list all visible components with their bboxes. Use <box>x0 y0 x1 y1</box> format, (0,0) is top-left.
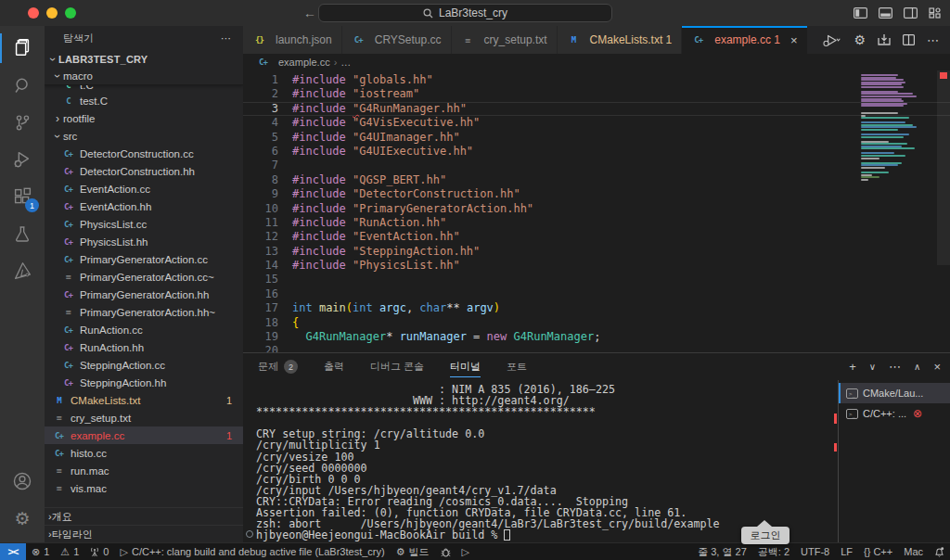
code-line-7[interactable]: 7 <box>243 159 950 172</box>
code-line-19[interactable]: 19 G4RunManager* runManager = new G4RunM… <box>243 330 950 344</box>
panel-more-button[interactable]: ⋯ <box>889 360 901 374</box>
terminal-instance-C/C++: ...[interactable]: >_C/C++: ...⊗ <box>839 403 950 424</box>
cmake-kit[interactable]: Mac <box>898 543 929 560</box>
testing-icon[interactable] <box>0 215 45 252</box>
panel-tab-터미널[interactable]: 터미널 <box>450 353 481 380</box>
tab-cry_setup.txt[interactable]: ≡cry_setup.txt <box>452 26 558 54</box>
cursor-position[interactable]: 줄 3, 열 27 <box>692 543 752 560</box>
tree-file-PrimaryGeneratorAction.hh~[interactable]: ≡PrimaryGeneratorAction.hh~ <box>45 303 243 321</box>
terminal[interactable]: : NIM A 835 (2016), 186–225 WWW : http:/… <box>243 380 838 542</box>
debug-config[interactable]: ▷C/C++: clang build and debug active fil… <box>114 543 390 560</box>
tree-file-PhysicsList.hh[interactable]: C+PhysicsList.hh <box>45 233 243 250</box>
remote-indicator[interactable]: >< <box>0 543 26 560</box>
tree-file-EventAction.hh[interactable]: C+EventAction.hh <box>45 197 243 215</box>
tree-file-RunAction.hh[interactable]: C+RunAction.hh <box>45 338 243 356</box>
toggle-secondary-sidebar-button[interactable] <box>904 7 918 19</box>
zoom-window-button[interactable] <box>65 7 76 19</box>
maximize-panel-button[interactable]: ∧ <box>914 362 920 372</box>
tree-file-CMakeLists.txt[interactable]: MCMakeLists.txt1 <box>45 391 243 409</box>
run-debug-icon[interactable] <box>0 141 45 178</box>
code-line-18[interactable]: 18{ <box>243 316 950 330</box>
code-line-20[interactable]: 20 <box>243 344 950 352</box>
tree-folder-rootfile[interactable]: ›rootfile <box>45 109 243 127</box>
code-line-2[interactable]: 2#include "iostream" <box>243 87 950 101</box>
code-line-3[interactable]: 3#include "G4RunManager.hh" <box>243 102 950 116</box>
account-icon[interactable] <box>0 463 45 500</box>
tree-file-DetectorConstruction.cc[interactable]: C+DetectorConstruction.cc <box>45 145 243 162</box>
minimize-window-button[interactable] <box>46 7 58 19</box>
split-editor-button[interactable] <box>903 34 915 45</box>
configure-gear-button[interactable]: ⚙ <box>854 32 866 47</box>
language-mode[interactable]: {} C++ <box>858 543 898 560</box>
tree-folder-src[interactable]: ›src <box>45 127 243 145</box>
tree-file-t.C[interactable]: Ct.C <box>45 85 243 92</box>
cmake-launch-button[interactable]: ▷ <box>456 543 475 560</box>
tree-folder-macro[interactable]: ›macro <box>45 68 243 85</box>
cmake-build-button[interactable]: ⚙빌드 <box>391 543 435 560</box>
panel-tab-문제[interactable]: 문제2 <box>258 353 298 380</box>
code-line-10[interactable]: 10#include "PrimaryGeneratorAction.hh" <box>243 202 950 216</box>
tree-file-cry_setup.txt[interactable]: ≡cry_setup.txt <box>45 409 243 426</box>
close-window-button[interactable] <box>28 7 39 19</box>
settings-gear-icon[interactable]: ⚙ <box>0 500 45 537</box>
tab-CMakeLists.txt[interactable]: MCMakeLists.txt 1 <box>558 26 683 54</box>
tree-file-histo.cc[interactable]: C+histo.cc <box>45 444 243 462</box>
code-line-8[interactable]: 8#include "QGSP_BERT.hh" <box>243 173 950 187</box>
panel-tab-출력[interactable]: 출력 <box>324 353 344 380</box>
panel-tab-디버그 콘솔[interactable]: 디버그 콘솔 <box>370 353 424 380</box>
source-control-icon[interactable] <box>0 104 45 141</box>
tree-file-DetectorConstruction.hh[interactable]: C+DetectorConstruction.hh <box>45 162 243 180</box>
terminal-dropdown-chevron[interactable]: ∨ <box>869 362 876 372</box>
tree-file-test.C[interactable]: Ctest.C <box>45 92 243 109</box>
code-line-14[interactable]: 14#include "PhysicsList.hh" <box>243 259 950 273</box>
tree-file-EventAction.cc[interactable]: C+EventAction.cc <box>45 180 243 197</box>
panel-tab-포트[interactable]: 포트 <box>507 353 527 380</box>
close-panel-button[interactable]: × <box>933 360 941 374</box>
ports-count[interactable]: 0 <box>84 543 114 560</box>
overview-ruler[interactable] <box>937 70 950 352</box>
code-line-15[interactable]: 15 <box>243 273 950 286</box>
tab-example.cc[interactable]: C+example.cc 1× <box>682 26 807 54</box>
eol[interactable]: LF <box>835 543 858 560</box>
tree-file-example.cc[interactable]: C+example.cc1 <box>45 426 243 444</box>
tree-file-run.mac[interactable]: ≡run.mac <box>45 462 243 479</box>
back-arrow-icon[interactable]: ← <box>303 6 316 20</box>
customize-layout-button[interactable] <box>929 7 941 19</box>
code-line-1[interactable]: 1#include "globals.hh" <box>243 73 950 87</box>
code-line-11[interactable]: 11#include "RunAction.hh" <box>243 216 950 230</box>
code-line-4[interactable]: 4#include "G4VisExecutive.hh" <box>243 116 950 130</box>
section-개요[interactable]: ›개요 <box>45 507 243 525</box>
tab-launch.json[interactable]: {}launch.json <box>243 26 342 54</box>
code-line-9[interactable]: 9#include "DetectorConstruction.hh" <box>243 187 950 201</box>
cmake-debug-button[interactable] <box>435 543 456 560</box>
code-line-17[interactable]: 17int main(int argc, char** argv) <box>243 301 950 315</box>
tree-file-PrimaryGeneratorAction.hh[interactable]: C+PrimaryGeneratorAction.hh <box>45 286 243 303</box>
new-terminal-button[interactable]: + <box>849 360 856 374</box>
terminal-instance-CMake/Lau...[interactable]: >_CMake/Lau... <box>839 383 950 403</box>
toggle-sidebar-button[interactable] <box>854 7 867 19</box>
code-line-12[interactable]: 12#include "EventAction.hh" <box>243 230 950 244</box>
code-line-5[interactable]: 5#include "G4UImanager.hh" <box>243 131 950 145</box>
tree-file-RunAction.cc[interactable]: C+RunAction.cc <box>45 321 243 338</box>
run-or-debug-button[interactable] <box>821 33 841 47</box>
tree-file-PrimaryGeneratorAction.cc[interactable]: C+PrimaryGeneratorAction.cc <box>45 250 243 268</box>
tree-root[interactable]: › LABR3TEST_CRY <box>45 50 243 68</box>
toggle-panel-button[interactable] <box>879 7 892 19</box>
cmake-icon[interactable] <box>0 252 45 289</box>
extensions-icon[interactable]: 1 <box>0 178 45 215</box>
notifications-bell[interactable] <box>929 543 950 560</box>
breadcrumb[interactable]: C+ example.cc › … <box>243 54 950 70</box>
code-line-16[interactable]: 16 <box>243 287 950 301</box>
tree-file-SteppingAction.cc[interactable]: C+SteppingAction.cc <box>45 356 243 374</box>
command-decoration-icon[interactable] <box>246 530 253 538</box>
code-editor[interactable]: 1#include "globals.hh"2#include "iostrea… <box>243 70 950 352</box>
sidebar-more-actions[interactable]: ⋯ <box>221 32 232 45</box>
tree-file-SteppingAction.hh[interactable]: C+SteppingAction.hh <box>45 374 243 391</box>
code-line-13[interactable]: 13#include "SteppingAction.hh" <box>243 245 950 259</box>
explorer-icon[interactable] <box>0 30 45 67</box>
encoding[interactable]: UTF-8 <box>795 543 835 560</box>
tab-CRYSetup.cc[interactable]: C+CRYSetup.cc <box>342 26 452 54</box>
tree-file-vis.mac[interactable]: ≡vis.mac <box>45 479 243 497</box>
section-타임라인[interactable]: ›타임라인 <box>45 525 243 542</box>
install-build-button[interactable] <box>878 33 891 46</box>
